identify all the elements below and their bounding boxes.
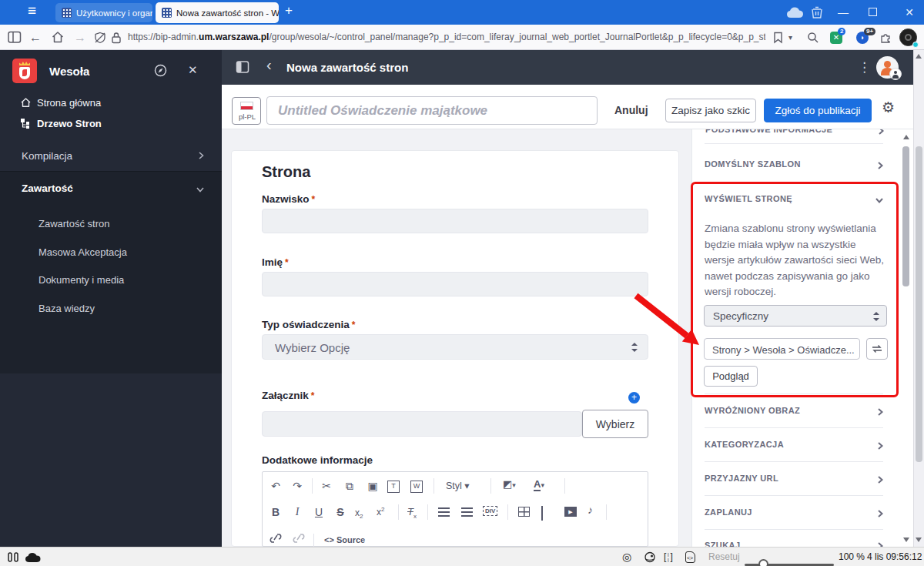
bulleted-list-icon[interactable] bbox=[461, 507, 473, 517]
remove-format-icon[interactable]: Tx bbox=[407, 506, 417, 520]
sidebar-item-masowa-akceptacja[interactable]: Masowa Akceptacja bbox=[38, 246, 127, 258]
sidebar-section-kompilacja[interactable]: Kompilacja bbox=[22, 150, 72, 162]
window-maximize-button[interactable] bbox=[869, 8, 877, 16]
browser-tab-active[interactable]: Nowa zawartość stron - We bbox=[156, 2, 279, 23]
paste-from-word-icon[interactable]: W bbox=[410, 481, 423, 493]
publish-button[interactable]: Zgłoś do publikacji bbox=[764, 99, 872, 122]
menu-hamburger-icon[interactable]: ≡ bbox=[28, 2, 36, 19]
profile-avatar[interactable] bbox=[899, 28, 917, 46]
source-button[interactable]: <> Source bbox=[324, 535, 365, 544]
panel-section-kategoryzacja[interactable]: KATEGORYZACJA bbox=[705, 440, 784, 449]
table-icon[interactable] bbox=[518, 507, 530, 517]
page-code-icon[interactable]: <> bbox=[685, 551, 695, 563]
text-color-dropdown[interactable]: A▾ bbox=[534, 478, 544, 490]
paste-icon[interactable]: ▣ bbox=[364, 477, 381, 495]
subscript-icon[interactable]: x2 bbox=[355, 507, 363, 520]
sidebar-item-strona-glowna[interactable]: Strona główna bbox=[37, 97, 101, 109]
bookmark-icon[interactable] bbox=[773, 32, 783, 44]
panel-section-wyswietl-strone[interactable]: WYŚWIETL STRONĘ bbox=[705, 194, 792, 203]
browser-tab-inactive[interactable]: Użytkownicy i organizacje - bbox=[55, 3, 152, 22]
url-bar[interactable]: https://bip-admin.um.warszawa.pl/group/w… bbox=[128, 25, 765, 50]
image-icon[interactable] bbox=[541, 506, 543, 521]
product-menu-toggle-icon[interactable] bbox=[236, 60, 249, 74]
panel-section-podstawowe[interactable]: PODSTAWOWE INFORMACJE bbox=[705, 129, 832, 134]
paste-plain-text-icon[interactable]: T bbox=[387, 481, 400, 493]
typ-oswiadczenia-select[interactable]: Wybierz Opcję bbox=[262, 334, 648, 360]
div-container-icon[interactable]: DIV bbox=[483, 506, 497, 516]
browser-scrollbar-thumb[interactable] bbox=[916, 146, 922, 462]
panel-section-przyjazny-url[interactable]: PRZYJAZNY URL bbox=[705, 474, 778, 483]
undo-icon[interactable]: ↶ bbox=[267, 477, 284, 495]
unlink-icon[interactable] bbox=[292, 532, 306, 544]
zoom-slider-knob[interactable] bbox=[758, 559, 768, 566]
styles-dropdown[interactable]: Styl ▾ bbox=[446, 480, 470, 491]
element-picker-icon[interactable]: [¦] bbox=[664, 548, 674, 566]
browser-scroll-down-arrow[interactable] bbox=[916, 538, 922, 542]
cut-icon[interactable]: ✂ bbox=[318, 477, 335, 495]
home-icon[interactable] bbox=[51, 31, 65, 44]
panel-section-zaplanuj[interactable]: ZAPLANUJ bbox=[705, 507, 752, 517]
cloud-icon[interactable] bbox=[25, 552, 42, 563]
lock-icon[interactable] bbox=[111, 32, 122, 44]
nav-back-button[interactable]: ← bbox=[29, 25, 42, 50]
sidebar-item-drzewo-stron[interactable]: Drzewo Stron bbox=[37, 118, 102, 129]
panel-scroll-down-arrow[interactable] bbox=[903, 538, 909, 542]
search-icon[interactable] bbox=[807, 32, 819, 44]
trash-icon[interactable] bbox=[811, 5, 823, 19]
user-avatar[interactable] bbox=[876, 56, 899, 79]
sidebar-toggle-icon[interactable] bbox=[8, 31, 22, 44]
zalacznik-input[interactable] bbox=[262, 411, 582, 437]
settings-gear-icon[interactable]: ⚙ bbox=[882, 99, 895, 116]
audio-icon[interactable]: ♪ bbox=[588, 504, 593, 516]
choose-file-button[interactable]: Wybierz bbox=[582, 410, 648, 438]
panel-scrollbar-thumb[interactable] bbox=[902, 146, 909, 286]
imie-input[interactable] bbox=[262, 272, 648, 296]
locale-button[interactable]: pl-PL bbox=[232, 97, 261, 125]
pause-icon[interactable] bbox=[8, 552, 18, 562]
video-icon[interactable]: ▶ bbox=[564, 507, 577, 517]
sidebar-item-baza-wiedzy[interactable]: Baza wiedzy bbox=[38, 303, 95, 314]
nazwisko-input[interactable] bbox=[262, 209, 648, 233]
preview-button[interactable]: Podgląd bbox=[704, 366, 758, 387]
change-page-button[interactable] bbox=[866, 338, 888, 360]
numbered-list-icon[interactable] bbox=[438, 507, 450, 517]
save-draft-button[interactable]: Zapisz jako szkic bbox=[665, 99, 756, 122]
underline-icon[interactable]: U bbox=[310, 503, 327, 521]
globe-icon[interactable] bbox=[644, 551, 656, 563]
redo-icon[interactable]: ↷ bbox=[289, 477, 306, 495]
italic-icon[interactable]: I bbox=[289, 503, 306, 521]
new-tab-button[interactable]: + bbox=[285, 3, 293, 18]
capture-target-icon[interactable]: ◎ bbox=[622, 548, 631, 566]
compass-icon[interactable] bbox=[154, 64, 167, 77]
template-select[interactable]: Specyficzny bbox=[704, 305, 887, 327]
copy-icon[interactable]: ⧉ bbox=[341, 477, 358, 495]
sidebar-item-zawartosc-stron[interactable]: Zawartość stron bbox=[38, 218, 109, 229]
cancel-button[interactable]: Anuluj bbox=[614, 104, 648, 116]
link-icon[interactable] bbox=[269, 532, 283, 544]
article-title-input[interactable]: Untitled Oświadczenie majątkowe bbox=[266, 96, 598, 125]
add-attachment-icon[interactable]: + bbox=[628, 392, 640, 404]
sidebar-section-zawartosc[interactable]: Zawartość bbox=[22, 183, 73, 194]
field-label-imie: Imię* bbox=[262, 256, 289, 268]
window-close-button[interactable]: ✕ bbox=[898, 0, 921, 25]
display-page-input[interactable]: Strony > Wesoła > Oświadcze... bbox=[704, 338, 860, 360]
panel-section-wyrozniony-obraz[interactable]: WYRÓŻNIONY OBRAZ bbox=[705, 406, 800, 415]
reset-button[interactable]: Resetuj bbox=[708, 548, 740, 566]
shield-off-icon[interactable] bbox=[94, 32, 106, 44]
nav-forward-button[interactable]: → bbox=[74, 25, 86, 50]
strikethrough-icon[interactable]: S bbox=[332, 503, 349, 521]
window-minimize-button[interactable]: — bbox=[832, 0, 855, 25]
sidebar-item-dokumenty-i-media[interactable]: Dokumenty i media bbox=[38, 274, 124, 286]
sync-cloud-icon[interactable] bbox=[785, 6, 805, 19]
sidebar-close-icon[interactable]: ✕ bbox=[188, 63, 198, 77]
bookmark-dropdown-caret[interactable]: ▾ bbox=[788, 25, 792, 50]
panel-section-domyslny-szablon[interactable]: DOMYŚLNY SZABLON bbox=[705, 159, 801, 169]
kebab-menu-icon[interactable]: ⋮ bbox=[858, 59, 871, 75]
browser-scroll-up-arrow[interactable] bbox=[916, 54, 922, 59]
panel-scroll-up-arrow[interactable] bbox=[903, 135, 909, 139]
extensions-puzzle-icon[interactable] bbox=[879, 32, 892, 44]
background-color-dropdown[interactable]: ◩▾ bbox=[503, 478, 516, 490]
superscript-icon[interactable]: x2 bbox=[377, 506, 384, 517]
bold-icon[interactable]: B bbox=[267, 503, 284, 521]
back-chevron-icon[interactable]: ‹ bbox=[266, 56, 272, 74]
